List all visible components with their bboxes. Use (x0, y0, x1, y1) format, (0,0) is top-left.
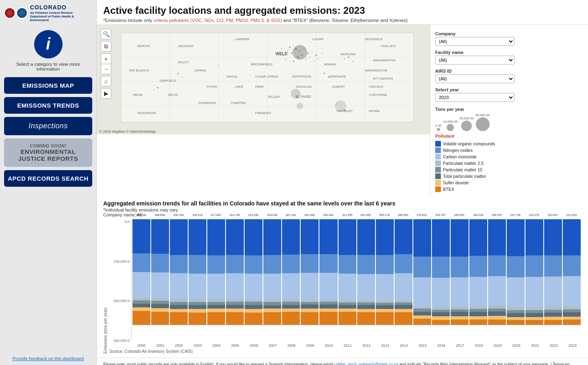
poll-label-voc: Volatile organic compounds (443, 141, 495, 146)
poll-label-btex: BTEX (443, 187, 454, 192)
bar-seg-2016-btex (432, 320, 450, 325)
airs-filter-select[interactable]: (All) (435, 74, 514, 83)
poll-swatch-pm25 (435, 160, 441, 166)
bar-seg-2002-tpm (170, 305, 188, 309)
email-link-1[interactable]: cdphe_apcd_outreach@state.co.us (334, 362, 398, 365)
svg-point-72 (348, 57, 349, 58)
bar-total-2000: 293,336. (132, 214, 150, 216)
bar-seg-2004-so2 (207, 309, 225, 312)
sidebar-item-emissions-map[interactable]: EMISSIONS MAP (4, 77, 92, 94)
poll-btex: BTEX (435, 186, 514, 192)
bar-seg-2004-nox (207, 255, 225, 274)
bar-col-2005: 314,745. (226, 219, 244, 325)
x-label-2012: 2012 (358, 343, 375, 348)
map-home-button[interactable]: ⌂ (101, 76, 111, 86)
bar-seg-2015-nox (413, 257, 431, 277)
bar-col-2000: 293,336. (132, 219, 150, 325)
map-expand-button[interactable]: ▶ (101, 88, 111, 99)
sidebar-item-inspections[interactable]: Inspections (4, 117, 92, 135)
bar-seg-2008-nox (282, 255, 300, 273)
bar-total-2007: 318,036. (263, 214, 281, 216)
y-tick-200k: 200,000.0 (113, 299, 130, 303)
bar-chart: Emissions (tons per year) 300,000.0 200,… (103, 220, 581, 354)
bar-total-2008: 307,100. (282, 214, 300, 216)
svg-point-75 (324, 73, 325, 74)
bar-seg-2012-nox (357, 255, 375, 274)
sidebar-item-emissions-trends[interactable]: EMISSONS TRENDS (4, 97, 92, 114)
year-filter-select[interactable]: 2023 (435, 93, 514, 102)
bar-seg-2003-nox (189, 255, 206, 274)
svg-point-50 (291, 53, 293, 54)
bar-total-2010: 289,434. (319, 214, 337, 216)
map-zoom-out-button[interactable]: − (101, 64, 111, 74)
svg-point-59 (306, 59, 306, 60)
coming-soon-label: Coming soon! (7, 143, 89, 148)
map-search-button[interactable]: 🔍 (101, 29, 111, 39)
bar-col-2001: 308,806. (151, 219, 169, 325)
svg-point-63 (281, 49, 282, 50)
svg-text:ARAPAHOE: ARAPAHOE (328, 75, 346, 78)
x-label-2019: 2019 (488, 343, 506, 348)
bar-seg-2020-btex (507, 320, 525, 325)
svg-point-70 (182, 77, 182, 78)
poll-label-co: Carbon monoxide (443, 154, 477, 159)
bar-seg-2008-co (282, 273, 300, 299)
facility-filter-select[interactable]: (All) (435, 56, 514, 65)
bar-seg-2023-btex (563, 320, 581, 325)
poll-label-nox: Nitrogen oxides (443, 148, 473, 153)
bar-seg-2011-co (338, 274, 356, 300)
map-container[interactable]: 🔍 ⧉ + − ⌂ ▶ (97, 25, 430, 134)
bar-seg-2010-tpm (319, 305, 337, 309)
feedback-link[interactable]: Provide feedback on this dashboard (13, 352, 84, 365)
sidebar-item-apcd-records[interactable]: APCD RECORDS SEARCH (4, 170, 92, 187)
bar-seg-2011-nox (338, 255, 356, 274)
bar-seg-2011-tpm (338, 305, 356, 309)
sidebar-hint: Select a category to view more informati… (4, 62, 92, 71)
division-name: Air Pollution Control Division (30, 11, 92, 15)
map-zoom-in-button[interactable]: + (101, 53, 111, 64)
x-label-2021: 2021 (526, 343, 544, 348)
info-icon: i (34, 30, 63, 58)
bar-seg-2005-tpm (226, 305, 244, 309)
bar-seg-2007-tpm (263, 305, 281, 309)
svg-text:DOUGLAS: DOUGLAS (296, 85, 312, 89)
bars-and-yaxis: 300,000.0 200,000.0 100,000.0 0.0 293,33… (109, 220, 581, 343)
svg-point-76 (328, 77, 329, 78)
bar-seg-2000-nox (132, 253, 150, 272)
poll-label-pm25: Particulate matter 2.5 (443, 161, 484, 166)
bar-seg-2007-co (263, 274, 281, 300)
svg-text:LARIMER: LARIMER (235, 37, 250, 41)
svg-text:WASHINGTON: WASHINGTON (365, 69, 387, 72)
bar-seg-2006-co (245, 274, 263, 300)
bar-seg-2000-voc (132, 219, 150, 253)
year-filter-label: Select year (435, 87, 514, 92)
svg-text:ROUTT: ROUTT (178, 60, 189, 64)
bar-seg-2004-co (207, 274, 225, 300)
bar-seg-2009-voc (301, 219, 319, 254)
bar-seg-2001-pm10 (151, 301, 169, 304)
bar-total-2006: 323,336. (245, 214, 263, 216)
bar-seg-2013-co (376, 274, 394, 301)
bar-seg-2022-so2 (544, 317, 562, 320)
x-label-2017: 2017 (451, 343, 469, 348)
bar-seg-2014-so2 (395, 309, 412, 312)
svg-text:ELBERT: ELBERT (332, 85, 345, 89)
bar-seg-2018-tpm (469, 312, 487, 316)
bar-seg-2002-voc (170, 219, 188, 255)
bar-seg-2014-co (395, 273, 412, 300)
footer-note: Please note: most public records are onl… (97, 358, 588, 365)
bar-seg-2003-btex (189, 313, 206, 325)
x-label-2002: 2002 (170, 343, 188, 348)
x-label-2005: 2005 (226, 343, 244, 348)
svg-point-56 (312, 51, 312, 52)
svg-point-83 (336, 104, 337, 104)
company-filter-select[interactable]: (All) (435, 37, 514, 46)
svg-text:SEDGWICK: SEDGWICK (365, 37, 383, 41)
bar-col-2004: 317,092. (207, 219, 225, 325)
map-layers-button[interactable]: ⧉ (101, 41, 111, 52)
bar-seg-2023-nox (563, 255, 581, 276)
svg-text:DELTA: DELTA (168, 93, 178, 97)
svg-text:CHAFFEE: CHAFFEE (231, 101, 246, 105)
x-axis: 2000200120022003200420052006200720082009… (109, 343, 581, 348)
poll-pm10: Particulate matter 10 (435, 167, 514, 173)
